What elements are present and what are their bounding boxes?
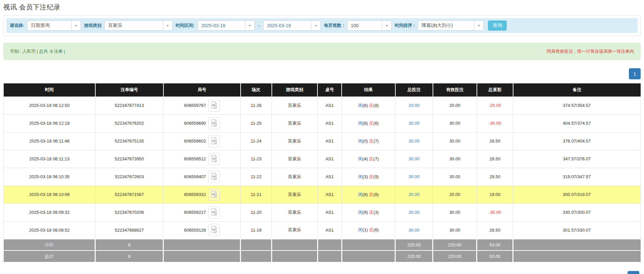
video-replay-button[interactable] xyxy=(208,100,220,112)
session-cell: 11-19 xyxy=(241,221,272,239)
round-cell: 606559126 xyxy=(163,221,241,239)
video-replay-button[interactable] xyxy=(208,135,220,147)
result-player: 闲 xyxy=(358,192,362,197)
chevron-down-icon: ▾ xyxy=(474,21,483,30)
page-size-select[interactable]: 100 ▾ xyxy=(347,21,392,31)
filter-panel: 请选择: 日期查询 ▾ 游戏类别 百家乐 ▾ 时间区间: 2025-03-18 … xyxy=(3,15,641,36)
result-player-score: (4) xyxy=(362,156,369,161)
result-banker: 庄 xyxy=(369,139,374,144)
game-type-cell: 百家乐 xyxy=(272,203,318,221)
total-bet-link[interactable]: 30.00 xyxy=(408,174,419,179)
game-type-select[interactable]: 百家乐 ▾ xyxy=(104,21,172,31)
time-cell: 2025-03-18 06:08:52 xyxy=(4,221,95,239)
payout-cell: 28.50 xyxy=(477,221,513,239)
summary-note: 同局有效投注，统一计算在该局第一张注单内 xyxy=(547,48,634,54)
footer-session xyxy=(241,239,272,250)
footer-bet-count: 8 xyxy=(95,239,163,250)
result-cell: 闲(1) 庄(6) xyxy=(342,221,395,239)
table-row: 2025-03-18 06:09:32522347670206606559227… xyxy=(4,203,641,221)
date-from-select[interactable]: 2025-03-18 ▾ xyxy=(198,21,255,31)
date-to-value: 2025-03-18 xyxy=(263,23,294,28)
footer-game xyxy=(272,239,318,250)
total-bet-link[interactable]: 20.00 xyxy=(408,103,419,108)
video-replay-button[interactable] xyxy=(208,224,220,236)
video-replay-icon xyxy=(211,101,217,110)
result-player: 闲 xyxy=(358,139,362,144)
column-header-4: 场次 xyxy=(241,83,272,96)
chevron-down-icon: ▾ xyxy=(163,21,172,30)
table-row: 2025-03-18 06:12:18522347676202606559690… xyxy=(4,114,641,132)
table-number-cell: AS1 xyxy=(317,168,342,186)
result-banker-score: (7) xyxy=(374,156,379,161)
table-row: 2025-03-18 06:10:35522347672603606559407… xyxy=(4,168,641,186)
round-cell: 606559332 xyxy=(163,186,241,203)
valid-bet-cell: 30.00 xyxy=(433,150,477,168)
result-banker: 庄 xyxy=(369,156,374,161)
table-header-row: 时间注单编号局号场次游戏类别桌号结果总投注有效投注总派彩备注 xyxy=(4,83,641,96)
footer-total-bet: 220.00 xyxy=(395,250,433,262)
footer-bet-count: 8 xyxy=(95,250,163,262)
query-type-label: 请选择: xyxy=(10,23,24,29)
query-type-select[interactable]: 日期查询 ▾ xyxy=(27,21,81,31)
total-bet-link[interactable]: 30.00 xyxy=(408,139,419,144)
result-cell: 闲(6) 庄(8) xyxy=(342,96,395,114)
table-number-cell: AS1 xyxy=(317,150,342,168)
page-1-button[interactable]: 1 xyxy=(629,68,641,79)
round-cell: 606559767 xyxy=(163,96,241,114)
total-bet-link[interactable]: 30.00 xyxy=(408,210,419,215)
total-bet-link[interactable]: 30.00 xyxy=(408,121,419,126)
table-row: 2025-03-18 06:10:06522347671567606559332… xyxy=(4,186,641,203)
video-replay-button[interactable] xyxy=(208,189,220,201)
round-cell: 606559690 xyxy=(163,114,241,132)
session-cell: 11-25 xyxy=(241,114,272,132)
footer-game xyxy=(272,250,318,262)
filter-bar: 请选择: 日期查询 ▾ 游戏类别 百家乐 ▾ 时间区间: 2025-03-18 … xyxy=(6,18,638,33)
footer-valid-bet: 220.00 xyxy=(433,250,477,262)
game-type-cell: 百家乐 xyxy=(272,186,318,203)
result-cell: 闲(0) 庄(7) xyxy=(342,132,395,150)
page-1-button-bottom[interactable]: 1 xyxy=(628,271,639,274)
video-replay-button[interactable] xyxy=(208,117,220,129)
video-replay-icon xyxy=(211,155,217,163)
round-id: 606559332 xyxy=(184,192,206,197)
result-banker-score: (9) xyxy=(374,174,379,179)
game-type-cell: 百家乐 xyxy=(272,168,318,186)
payout-cell: -20.00 xyxy=(477,96,513,114)
table-number-cell: AS1 xyxy=(317,114,342,132)
result-banker-score: (6) xyxy=(374,227,379,232)
result-cell: 闲(3) 庄(9) xyxy=(342,168,395,186)
result-banker: 庄 xyxy=(369,210,374,215)
date-to-select[interactable]: 2025-03-18 ▾ xyxy=(263,21,321,31)
footer-session xyxy=(241,250,272,262)
payout-cell: 19.00 xyxy=(477,186,513,203)
chevron-down-icon: ▾ xyxy=(245,21,254,30)
date-from-value: 2025-03-18 xyxy=(198,23,229,28)
total-bet-cell: 30.00 xyxy=(395,150,433,168)
grand-total-row: 总计8220.00220.0053.00 xyxy=(4,250,641,262)
page-root: 视讯 会员下注纪录 请选择: 日期查询 ▾ 游戏类别 百家乐 ▾ 时间区间: 2… xyxy=(0,3,644,262)
bet-id-cell: 522347677413 xyxy=(95,96,163,114)
result-cell: 闲(9) 庄(3) xyxy=(342,203,395,221)
search-button[interactable]: 查询 xyxy=(488,21,507,31)
result-player: 闲 xyxy=(358,227,362,232)
total-bet-link[interactable]: 30.00 xyxy=(408,156,419,161)
page-title: 视讯 会员下注纪录 xyxy=(3,3,641,12)
round-cell: 606559227 xyxy=(163,203,241,221)
round-id: 606559602 xyxy=(184,139,206,144)
game-type-cell: 百家乐 xyxy=(272,96,318,114)
chevron-down-icon: ▾ xyxy=(71,21,81,30)
column-header-3: 局号 xyxy=(163,83,241,96)
total-bet-link[interactable]: 30.00 xyxy=(408,228,419,233)
session-cell: 11-24 xyxy=(241,132,272,150)
footer-table xyxy=(317,250,342,262)
video-replay-button[interactable] xyxy=(208,171,220,183)
sort-select[interactable]: 降冪(由大到小) ▾ xyxy=(418,21,484,31)
total-bet-link[interactable]: 20.00 xyxy=(408,192,419,197)
table-number-cell: AS1 xyxy=(317,186,342,203)
video-replay-button[interactable] xyxy=(208,153,220,165)
footer-table xyxy=(317,239,342,250)
time-cell: 2025-03-18 06:11:13 xyxy=(4,150,95,168)
video-replay-button[interactable] xyxy=(208,206,220,219)
total-bet-cell: 30.00 xyxy=(395,168,433,186)
time-cell: 2025-03-18 06:11:46 xyxy=(4,132,95,150)
